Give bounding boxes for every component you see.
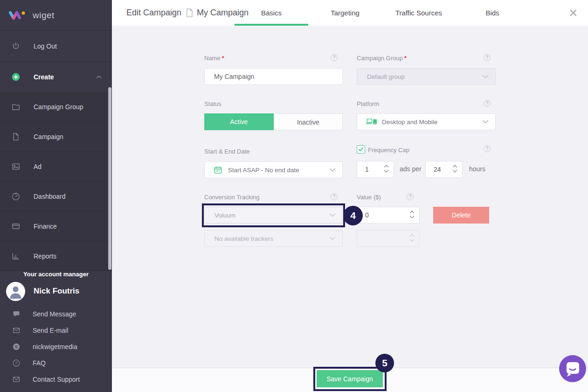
platform-label: Platform xyxy=(357,100,379,107)
sidebar-item-send-email[interactable]: Send E-mail xyxy=(0,322,112,338)
account-manager[interactable]: Nick Foutris xyxy=(0,281,112,301)
tab-targeting[interactable]: Targeting xyxy=(308,0,382,26)
sidebar-item-label: Ad xyxy=(34,163,42,170)
close-icon[interactable] xyxy=(570,9,577,16)
person-icon xyxy=(6,282,25,301)
sidebar-item-campaign[interactable]: Campaign xyxy=(0,122,112,152)
power-icon xyxy=(11,42,21,51)
stepper-arrows-icon[interactable] xyxy=(452,165,457,173)
envelope-icon xyxy=(12,375,21,384)
campaign-group-value: Default group xyxy=(367,73,405,80)
sidebar-scrollbar-thumb[interactable] xyxy=(108,87,111,270)
stepper-arrows-icon xyxy=(409,234,415,242)
frequency-hours-input[interactable] xyxy=(426,161,451,177)
frequency-ads-stepper[interactable] xyxy=(357,161,394,178)
tab-bar: Basics Targeting Traffic Sources Bids xyxy=(235,0,529,26)
platform-select[interactable]: Desktop and Mobile xyxy=(357,113,496,130)
chat-launcher-button[interactable] xyxy=(559,355,586,382)
calendar-icon xyxy=(214,166,222,175)
stepper-arrows-icon[interactable] xyxy=(409,210,415,218)
chevron-down-icon xyxy=(329,237,336,240)
sidebar-item-ad[interactable]: Ad xyxy=(0,152,112,182)
chevron-down-icon xyxy=(482,75,489,78)
account-manager-caption: Your account manager xyxy=(0,271,112,278)
sidebar-item-label: Contact Support xyxy=(33,376,80,383)
annotation-badge-step4: 4 xyxy=(343,206,363,225)
page-title-group: Edit Campaign My Campaign xyxy=(126,0,249,26)
frequency-cap-label: Frequency Cap xyxy=(368,147,409,154)
conversion-tracking-label: Conversion Tracking xyxy=(204,194,260,201)
sidebar-item-label: Reports xyxy=(34,252,56,260)
value-input[interactable] xyxy=(357,207,401,223)
sidebar-item-campaign-group[interactable]: Campaign Group xyxy=(0,92,112,122)
tab-bids[interactable]: Bids xyxy=(456,0,529,26)
sidebar-item-label: Campaign xyxy=(34,133,63,140)
sidebar-item-label: Dashboard xyxy=(34,193,66,200)
annotation-badge-step5: 5 xyxy=(375,354,394,372)
page-title: Edit Campaign xyxy=(126,8,181,18)
logo[interactable]: wiget xyxy=(0,0,112,31)
delete-button[interactable]: Delete xyxy=(433,207,489,224)
secondary-tracker-select[interactable]: No available trackers xyxy=(204,230,343,247)
frequency-cap-checkbox[interactable] xyxy=(357,145,365,154)
sidebar-item-contact-support[interactable]: Contact Support xyxy=(0,371,112,387)
logo-text: wiget xyxy=(33,10,55,21)
start-end-date-select[interactable]: Start ASAP - No end date xyxy=(204,161,343,178)
conversion-tracking-help-icon[interactable]: ? xyxy=(331,193,338,200)
sidebar-item-reports[interactable]: Reports xyxy=(0,241,112,271)
conversion-tracking-select[interactable]: Voluum xyxy=(204,207,343,224)
campaign-group-help-icon[interactable]: ? xyxy=(484,54,491,61)
tab-basics[interactable]: Basics xyxy=(235,0,308,26)
sidebar: wiget Log Out Create Campa xyxy=(0,0,112,392)
checkmark-icon xyxy=(358,147,364,152)
frequency-hours-stepper[interactable] xyxy=(425,161,463,178)
sidebar-item-label: FAQ xyxy=(33,359,46,367)
bar-chart-icon xyxy=(11,252,21,261)
platform-help-icon[interactable]: ? xyxy=(484,100,491,107)
chevron-down-icon xyxy=(329,213,336,217)
status-label: Status xyxy=(204,100,221,107)
name-help-icon[interactable]: ? xyxy=(331,54,338,61)
start-end-date-label: Start & End Date xyxy=(204,148,250,155)
frequency-ads-input[interactable] xyxy=(357,161,383,177)
sidebar-item-skype[interactable]: S nickwigetmedia xyxy=(0,338,112,355)
value-help-icon[interactable]: ? xyxy=(407,193,414,200)
tab-traffic-sources[interactable]: Traffic Sources xyxy=(382,0,456,26)
sidebar-item-create[interactable]: Create xyxy=(0,62,112,92)
account-manager-name: Nick Foutris xyxy=(34,287,79,296)
secondary-value-stepper xyxy=(357,230,420,247)
document-icon xyxy=(11,132,21,141)
save-campaign-button[interactable]: Save Campaign xyxy=(317,370,383,387)
edit-campaign-form: Name* ? Campaign Group* ? Default group … xyxy=(112,26,588,392)
wiget-logo-icon xyxy=(8,9,27,21)
value-stepper[interactable] xyxy=(357,207,420,224)
sidebar-item-faq[interactable]: ? FAQ xyxy=(0,355,112,371)
stepper-arrows-icon[interactable] xyxy=(384,165,389,173)
frequency-cap-help-icon[interactable]: ? xyxy=(484,145,491,152)
envelope-icon xyxy=(12,326,21,335)
campaign-group-select[interactable]: Default group xyxy=(357,68,496,85)
name-input[interactable] xyxy=(204,68,343,85)
sidebar-item-dashboard[interactable]: Dashboard xyxy=(0,182,112,211)
sidebar-item-send-message[interactable]: Send Message xyxy=(0,306,112,322)
required-asterisk: * xyxy=(404,55,407,62)
required-asterisk: * xyxy=(222,55,224,62)
chat-smile-icon xyxy=(559,355,586,382)
sidebar-item-finance[interactable]: Finance xyxy=(0,211,112,241)
gauge-icon xyxy=(11,192,21,201)
platform-value: Desktop and Mobile xyxy=(382,119,437,126)
svg-text:S: S xyxy=(15,344,18,349)
name-label: Name* xyxy=(204,55,224,62)
secondary-tracker-value: No available trackers xyxy=(214,235,273,242)
chevron-down-icon xyxy=(482,120,489,124)
plus-circle-icon xyxy=(11,72,21,82)
sidebar-item-logout[interactable]: Log Out xyxy=(0,31,112,62)
sidebar-item-label: Log Out xyxy=(34,42,57,50)
document-icon xyxy=(186,8,193,17)
start-end-date-value: Start ASAP - No end date xyxy=(228,167,299,174)
chevron-up-icon xyxy=(96,75,102,79)
svg-text:?: ? xyxy=(15,361,17,365)
status-active-button[interactable]: Active xyxy=(204,113,274,130)
account-links: Send Message Send E-mail S nickwigetmedi… xyxy=(0,306,112,387)
status-inactive-button[interactable]: Inactive xyxy=(274,113,343,130)
